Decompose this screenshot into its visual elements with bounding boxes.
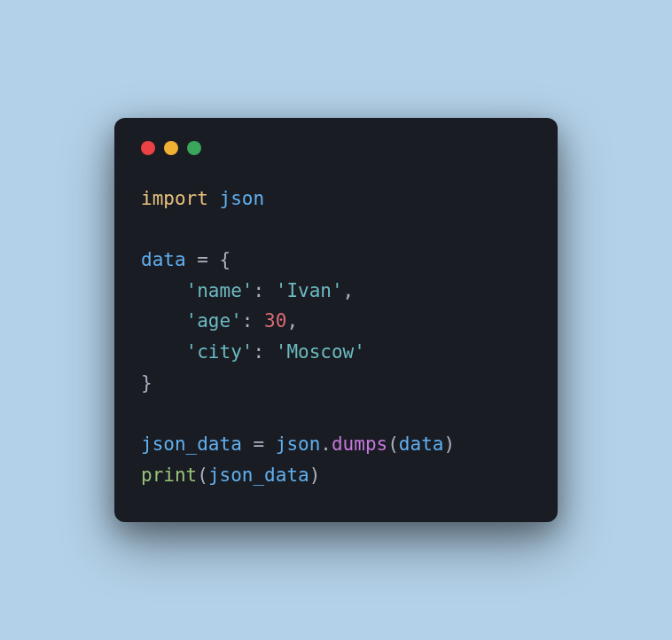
paren-open: ( — [387, 433, 399, 455]
colon: : — [253, 341, 275, 363]
comma: , — [286, 310, 298, 332]
dict-key-age: 'age' — [186, 310, 242, 332]
operator-assign: = — [242, 433, 276, 455]
indent — [141, 310, 186, 332]
brace-open: { — [220, 249, 231, 270]
indent — [141, 341, 186, 363]
close-icon[interactable] — [141, 141, 155, 155]
dict-value-30: 30 — [264, 310, 286, 332]
paren-close: ) — [443, 433, 455, 455]
keyword-import: import — [141, 188, 208, 209]
code-block: import json data = { 'name': 'Ivan', 'ag… — [141, 183, 531, 490]
paren-open: ( — [197, 464, 208, 486]
indent — [141, 280, 186, 301]
builtin-print: print — [141, 464, 197, 486]
arg-data: data — [399, 433, 444, 455]
dict-value-ivan: 'Ivan' — [276, 280, 343, 301]
variable-json-data: json_data — [141, 433, 242, 455]
window-titlebar — [141, 141, 531, 155]
maximize-icon[interactable] — [187, 141, 201, 155]
brace-close: } — [141, 372, 152, 394]
comma: , — [343, 280, 355, 301]
operator-assign: = — [186, 249, 220, 270]
colon: : — [253, 280, 275, 301]
code-window: import json data = { 'name': 'Ivan', 'ag… — [114, 118, 558, 522]
minimize-icon[interactable] — [164, 141, 178, 155]
arg-json-data: json_data — [208, 464, 309, 486]
colon: : — [242, 310, 264, 332]
dict-value-moscow: 'Moscow' — [276, 341, 365, 363]
dot-operator: . — [320, 433, 332, 455]
method-dumps: dumps — [332, 433, 387, 455]
variable-data: data — [141, 249, 186, 270]
paren-close: ) — [309, 464, 321, 486]
dict-key-name: 'name' — [186, 280, 254, 301]
object-json: json — [276, 433, 321, 455]
module-json: json — [220, 188, 265, 209]
dict-key-city: 'city' — [186, 341, 254, 363]
